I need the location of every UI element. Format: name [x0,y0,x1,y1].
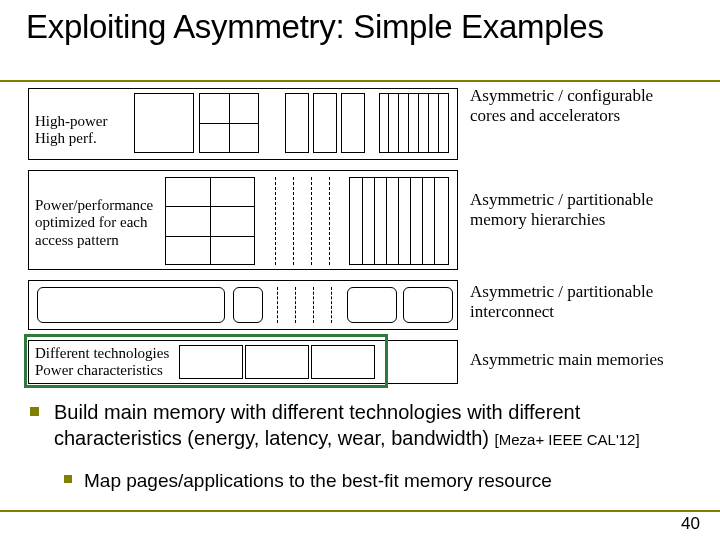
ic-chip-3 [347,287,397,323]
main-seg-3 [311,345,375,379]
mem-right-label: Asymmetric / partitionable memory hierar… [470,190,690,229]
row-mainmem: Different technologies Power characteris… [28,340,458,384]
ic-dash-4 [331,287,332,323]
row-interconnect [28,280,458,330]
core-stripes [379,93,449,153]
footer-underline [0,510,720,512]
main-left-label: Different technologies Power characteris… [35,345,169,380]
mem-left-block [165,177,255,265]
mem-dash-3 [311,177,312,265]
bullet-2-text: Map pages/applications to the best-fit m… [84,470,552,491]
mem-left-label: Power/performance optimized for each acc… [35,197,161,249]
row-cores: High-power High perf. [28,88,458,160]
ic-chip-2 [233,287,263,323]
mem-dash-2 [293,177,294,265]
core-tall-2 [313,93,337,153]
page-number: 40 [681,514,700,534]
core-tall-3 [341,93,365,153]
main-seg-1 [179,345,243,379]
bullet-area: Build main memory with different technol… [26,400,694,493]
ic-dash-2 [295,287,296,323]
bullet-1-cite: [Meza+ IEEE CAL'12] [495,431,640,448]
diagram: High-power High perf. Asymmetric / confi… [28,82,696,392]
ic-dash-3 [313,287,314,323]
core-tall-1 [285,93,309,153]
bullet-icon [64,475,72,483]
ic-dash-1 [277,287,278,323]
ic-chip-1 [37,287,225,323]
cores-left-label: High-power High perf. [35,113,107,148]
bullet-icon [30,407,39,416]
main-right-label: Asymmetric main memories [470,350,690,370]
ic-chip-4 [403,287,453,323]
slide: Exploiting Asymmetry: Simple Examples Hi… [0,0,720,540]
cores-right-label: Asymmetric / configurable cores and acce… [470,86,690,125]
main-seg-2 [245,345,309,379]
bullet-1: Build main memory with different technol… [26,400,694,451]
core-big-box [134,93,194,153]
page-title: Exploiting Asymmetry: Simple Examples [26,8,694,46]
mem-dash-1 [275,177,276,265]
ic-right-label: Asymmetric / partitionable interconnect [470,282,690,321]
bullet-2: Map pages/applications to the best-fit m… [26,469,694,493]
row-mem: Power/performance optimized for each acc… [28,170,458,270]
mem-right-block [349,177,449,265]
mem-dash-4 [329,177,330,265]
core-quad-box [199,93,259,153]
